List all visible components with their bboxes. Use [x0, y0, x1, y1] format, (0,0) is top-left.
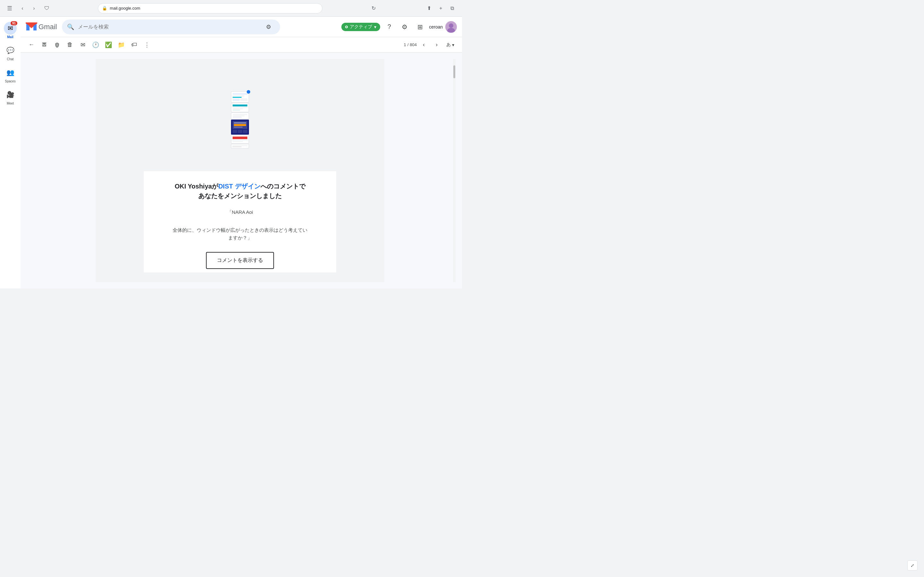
sidebar-item-chat[interactable]: 💬 Chat: [0, 41, 21, 63]
chevron-lang-icon: ▾: [452, 42, 454, 47]
browser-chrome: ☰ ‹ › 🛡 🔒 mail.google.com ↻ ⬆ + ⧉: [0, 0, 462, 17]
chat-label: Chat: [7, 57, 13, 61]
search-input[interactable]: [78, 24, 258, 30]
sidebar-item-meet[interactable]: 🎥 Meet: [0, 85, 21, 108]
avatar[interactable]: [445, 21, 457, 33]
left-nav: ✉ 91 Mail 💬 Chat 👥 Spaces 🎥 Meet: [0, 17, 21, 288]
search-bar[interactable]: 🔍 ⚙: [62, 19, 280, 34]
spaces-label: Spaces: [5, 79, 15, 83]
email-text-area: OKI YoshiyaがDIST デザインへのコメントで あなたをメンションしま…: [144, 171, 336, 279]
mail-badge: 91: [11, 21, 17, 25]
active-label: アクティブ: [350, 24, 372, 30]
email-card: OKI YoshiyaがDIST デザインへのコメントで あなたをメンションしま…: [144, 69, 336, 272]
prev-page-button[interactable]: ‹: [418, 39, 430, 51]
url-text: mail.google.com: [110, 6, 140, 11]
apps-button[interactable]: ⊞: [414, 21, 426, 33]
privacy-icon: 🛡: [42, 4, 51, 13]
email-quote-prefix: 「NARA Aoi: [157, 208, 323, 216]
label-button[interactable]: 🏷: [128, 39, 140, 51]
email-content[interactable]: OKI YoshiyaがDIST デザインへのコメントで あなたをメンションしま…: [21, 53, 462, 288]
reload-button[interactable]: ↻: [369, 4, 378, 13]
back-button[interactable]: ‹: [18, 4, 27, 13]
share-button[interactable]: ⬆: [425, 4, 434, 13]
svg-point-2: [449, 23, 453, 28]
gmail-logo-text: Gmail: [39, 23, 57, 31]
page-total: 804: [410, 42, 417, 47]
scrollbar-thumb[interactable]: [453, 65, 455, 78]
new-tab-button[interactable]: +: [436, 4, 445, 13]
delete-button[interactable]: 🗑: [64, 39, 76, 51]
main-area: Gmail 🔍 ⚙ アクティブ ▾ ? ⚙ ⊞ ceroan: [21, 17, 462, 288]
header-right: アクティブ ▾ ? ⚙ ⊞ ceroan: [341, 21, 457, 33]
more-options-button[interactable]: ⋮: [141, 39, 153, 51]
add-task-button[interactable]: ✅: [103, 39, 114, 51]
mark-unread-button[interactable]: ✉: [77, 39, 89, 51]
move-to-button[interactable]: 📁: [115, 39, 127, 51]
address-bar[interactable]: 🔒 mail.google.com: [98, 3, 322, 13]
meet-label: Meet: [7, 102, 14, 105]
active-dot: [345, 26, 348, 28]
design-preview: [144, 69, 336, 171]
search-icon: 🔍: [67, 23, 74, 31]
view-comment-button[interactable]: コメントを表示する: [206, 252, 274, 269]
chevron-down-icon: ▾: [374, 24, 376, 29]
lang-icon: あ: [446, 42, 451, 48]
page-current: 1: [404, 42, 406, 47]
email-title-part1: OKI Yoshiyaが: [174, 183, 218, 190]
email-title-part3: へのコメントで: [260, 183, 305, 190]
gmail-m-icon: [26, 23, 37, 31]
filter-button[interactable]: ⚙: [262, 21, 275, 33]
help-button[interactable]: ?: [383, 21, 396, 33]
windows-button[interactable]: ⧉: [448, 4, 457, 13]
email-quote-body: 全体的に、ウィンドウ幅が広がったときの表示はどう考えていますか？」: [157, 226, 323, 242]
forward-button[interactable]: ›: [29, 4, 39, 13]
page-counter: 1 / 804 ‹ › あ ▾: [404, 39, 457, 51]
snooze-button[interactable]: 🕐: [90, 39, 102, 51]
next-page-button[interactable]: ›: [431, 39, 443, 51]
mail-label: Mail: [7, 35, 13, 39]
mail-icon: ✉ 91: [4, 22, 17, 35]
back-to-inbox-button[interactable]: ←: [26, 39, 37, 51]
chat-icon: 💬: [4, 44, 17, 57]
archive-button[interactable]: [39, 39, 50, 51]
active-status-button[interactable]: アクティブ ▾: [341, 23, 380, 31]
gmail-container: ✉ 91 Mail 💬 Chat 👥 Spaces 🎥 Meet: [0, 17, 462, 288]
language-button[interactable]: あ ▾: [444, 41, 457, 49]
user-name: ceroan: [429, 24, 443, 29]
meet-icon: 🎥: [4, 88, 17, 101]
gmail-logo: Gmail: [26, 23, 57, 31]
email-title: OKI YoshiyaがDIST デザインへのコメントで あなたをメンションしま…: [157, 181, 323, 201]
gmail-header: Gmail 🔍 ⚙ アクティブ ▾ ? ⚙ ⊞ ceroan: [21, 17, 462, 37]
email-title-line2: あなたをメンションしました: [198, 192, 282, 199]
spaces-icon: 👥: [4, 66, 17, 79]
scrollbar[interactable]: [453, 59, 456, 282]
sidebar-item-mail[interactable]: ✉ 91 Mail: [0, 19, 21, 41]
page-separator: /: [407, 42, 409, 47]
settings-button[interactable]: ⚙: [398, 21, 411, 33]
email-toolbar: ← 🗑 ✉ 🕐 ✅ 📁 🏷 ⋮ 1 / 804 ‹ › あ ▾: [21, 37, 462, 53]
svg-rect-4: [42, 43, 47, 43]
lock-icon: 🔒: [102, 6, 107, 11]
sidebar-toggle-button[interactable]: ☰: [5, 4, 14, 13]
email-title-part2: DIST デザイン: [218, 183, 260, 190]
sidebar-item-spaces[interactable]: 👥 Spaces: [0, 63, 21, 85]
spam-button[interactable]: [51, 39, 63, 51]
